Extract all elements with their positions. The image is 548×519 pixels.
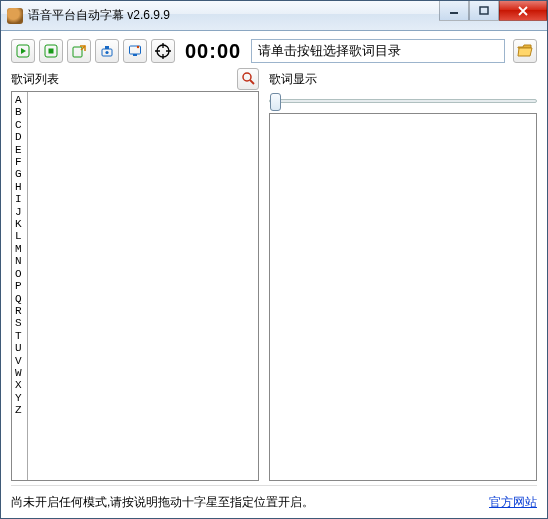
lyrics-display-header: 歌词显示	[269, 69, 537, 89]
titlebar[interactable]: 语音平台自动字幕 v2.6.9.9	[1, 1, 547, 31]
window-title: 语音平台自动字幕 v2.6.9.9	[28, 7, 170, 24]
open-folder-button[interactable]	[513, 39, 537, 63]
svg-rect-8	[105, 46, 109, 49]
lyrics-list-title: 歌词列表	[11, 71, 59, 88]
columns: 歌词列表 A B C D E F G H I J K L M N O P Q R…	[11, 69, 537, 481]
play-icon	[16, 44, 30, 58]
maximize-button[interactable]	[469, 1, 499, 21]
slider-thumb[interactable]	[270, 93, 281, 111]
official-site-link[interactable]: 官方网站	[489, 494, 537, 511]
record-button[interactable]	[95, 39, 119, 63]
stop-icon	[44, 44, 58, 58]
svg-rect-1	[480, 7, 488, 14]
client-area: 00:00 歌词列表 A B C D	[1, 31, 547, 518]
toolbar: 00:00	[11, 39, 537, 63]
svg-rect-5	[73, 47, 82, 57]
status-bar: 尚未开启任何模式,请按说明拖动十字星至指定位置开启。 官方网站	[11, 492, 537, 512]
target-button[interactable]	[151, 39, 175, 63]
lyrics-folder-input[interactable]	[251, 39, 505, 63]
svg-point-11	[137, 46, 139, 48]
export-button[interactable]	[67, 39, 91, 63]
lyrics-list-body[interactable]	[28, 92, 258, 480]
export-icon	[72, 44, 86, 58]
lyrics-display-column: 歌词显示	[269, 69, 537, 481]
app-icon	[7, 8, 23, 24]
lyrics-list-panel: A B C D E F G H I J K L M N O P Q R S T …	[11, 91, 259, 481]
alphabet-index[interactable]: A B C D E F G H I J K L M N O P Q R S T …	[12, 92, 28, 480]
window-controls	[439, 1, 547, 21]
divider	[11, 485, 537, 486]
play-button[interactable]	[11, 39, 35, 63]
folder-open-icon	[517, 43, 533, 60]
svg-rect-4	[49, 49, 54, 54]
screen-button[interactable]	[123, 39, 147, 63]
svg-rect-0	[450, 12, 458, 14]
svg-point-7	[105, 51, 108, 54]
screen-icon	[128, 44, 142, 58]
status-message: 尚未开启任何模式,请按说明拖动十字星至指定位置开启。	[11, 494, 314, 511]
svg-rect-10	[133, 54, 137, 56]
minimize-button[interactable]	[439, 1, 469, 21]
app-window: 语音平台自动字幕 v2.6.9.9	[0, 0, 548, 519]
close-button[interactable]	[499, 1, 547, 21]
position-slider[interactable]	[269, 99, 537, 103]
search-icon	[241, 71, 255, 88]
timer-display: 00:00	[185, 40, 241, 63]
position-slider-row	[269, 91, 537, 111]
stop-button[interactable]	[39, 39, 63, 63]
lyrics-list-header: 歌词列表	[11, 69, 259, 89]
svg-point-13	[243, 73, 251, 81]
target-icon	[155, 43, 171, 59]
lyrics-list-column: 歌词列表 A B C D E F G H I J K L M N O P Q R…	[11, 69, 259, 481]
record-icon	[100, 44, 114, 58]
lyrics-display-body[interactable]	[270, 114, 536, 480]
lyrics-display-title: 歌词显示	[269, 71, 317, 88]
lyrics-display-panel	[269, 113, 537, 481]
search-button[interactable]	[237, 68, 259, 90]
